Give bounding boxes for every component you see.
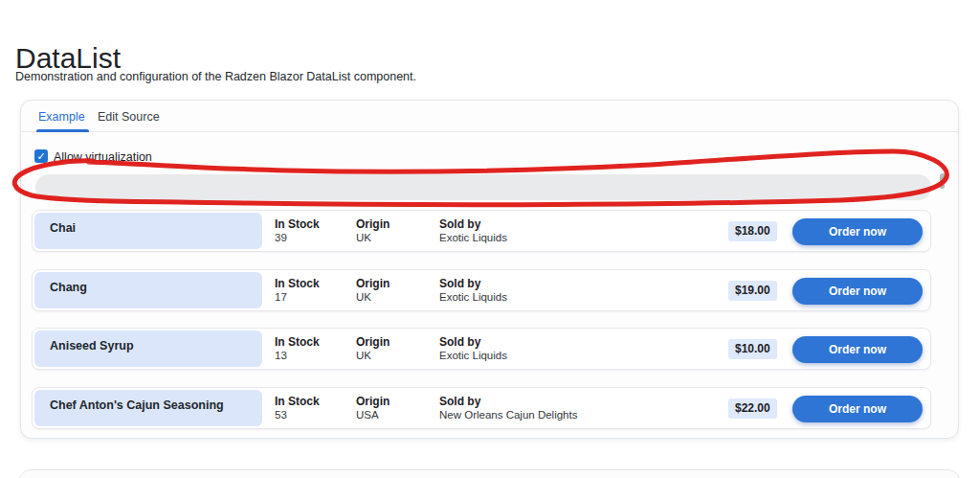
stock-value: 17: [275, 291, 320, 304]
datalist-demo-page: DataList Demonstration and configuration…: [0, 0, 980, 478]
stock-column: In Stock 17: [275, 277, 320, 304]
stock-value: 39: [275, 232, 320, 244]
stock-label: In Stock: [275, 395, 320, 408]
sold-by-column: Sold by New Orleans Cajun Delights: [439, 395, 577, 421]
list-item: Chef Anton's Cajun Seasoning In Stock 53…: [32, 387, 931, 429]
stock-value: 13: [275, 350, 320, 362]
tab-example-label: Example: [38, 110, 85, 124]
stock-column: In Stock 53: [275, 395, 320, 421]
example-card: Example Edit Source ✓ Allow virtualizati…: [20, 100, 959, 439]
stock-label: In Stock: [275, 217, 320, 231]
origin-column: Origin UK: [356, 277, 390, 304]
origin-value: UK: [356, 232, 390, 244]
active-tab-underline: [36, 129, 89, 132]
tab-example[interactable]: Example: [38, 101, 85, 132]
order-now-button[interactable]: Order now: [792, 218, 923, 245]
stock-label: In Stock: [275, 277, 320, 290]
sold-by-value: Exotic Liquids: [439, 291, 507, 304]
origin-column: Origin UK: [356, 217, 390, 244]
origin-value: UK: [356, 350, 390, 362]
sold-by-column: Sold by Exotic Liquids: [439, 217, 507, 244]
sold-by-value: Exotic Liquids: [439, 232, 507, 244]
origin-label: Origin: [356, 335, 390, 349]
list-item: Chang In Stock 17 Origin UK Sold by Exot…: [32, 269, 931, 311]
sold-by-value: New Orleans Cajun Delights: [439, 409, 577, 421]
next-section-card-partial: [19, 469, 960, 478]
sold-by-label: Sold by: [439, 277, 507, 290]
product-name: Aniseed Syrup: [34, 330, 262, 353]
stock-column: In Stock 13: [275, 335, 320, 362]
allow-virtualization-checkbox[interactable]: ✓: [34, 149, 48, 163]
origin-value: UK: [356, 291, 390, 304]
price-badge: $10.00: [728, 339, 777, 359]
order-now-button[interactable]: Order now: [792, 336, 923, 363]
empty-virtualized-row-placeholder: [35, 174, 931, 200]
product-name-panel: Aniseed Syrup: [34, 330, 262, 367]
list-item: Chai In Stock 39 Origin UK Sold by Exoti…: [32, 210, 931, 252]
sold-by-column: Sold by Exotic Liquids: [439, 277, 507, 304]
sold-by-label: Sold by: [439, 335, 507, 349]
stock-value: 53: [275, 409, 320, 421]
product-name: Chang: [34, 272, 262, 294]
origin-column: Origin USA: [356, 395, 390, 421]
order-now-button[interactable]: Order now: [792, 278, 923, 305]
datalist-rows: Chai In Stock 39 Origin UK Sold by Exoti…: [32, 210, 931, 445]
vertical-scrollbar-thumb[interactable]: [940, 173, 945, 189]
price-badge: $18.00: [728, 221, 777, 241]
origin-column: Origin UK: [356, 335, 390, 362]
product-name: Chai: [34, 213, 262, 235]
product-name-panel: Chang: [34, 272, 262, 308]
check-icon: ✓: [36, 150, 45, 162]
product-name-panel: Chef Anton's Cajun Seasoning: [34, 390, 262, 426]
list-item: Aniseed Syrup In Stock 13 Origin UK Sold…: [32, 328, 931, 370]
sold-by-column: Sold by Exotic Liquids: [439, 335, 507, 362]
origin-label: Origin: [356, 395, 390, 408]
tab-bar: Example Edit Source: [21, 101, 958, 132]
sold-by-label: Sold by: [439, 217, 507, 231]
order-now-button[interactable]: Order now: [792, 396, 923, 422]
product-name-panel: Chai: [34, 213, 262, 249]
sold-by-label: Sold by: [439, 395, 577, 408]
product-name: Chef Anton's Cajun Seasoning: [34, 390, 262, 412]
allow-virtualization-label: Allow virtualization: [54, 150, 152, 164]
sold-by-value: Exotic Liquids: [439, 350, 507, 362]
origin-label: Origin: [356, 217, 390, 231]
price-badge: $19.00: [728, 281, 777, 301]
page-subtitle: Demonstration and configuration of the R…: [15, 70, 416, 83]
price-badge: $22.00: [728, 398, 777, 419]
stock-label: In Stock: [275, 335, 320, 349]
tab-edit-source[interactable]: Edit Source: [98, 101, 160, 132]
origin-value: USA: [356, 409, 390, 421]
stock-column: In Stock 39: [275, 217, 320, 244]
tab-edit-source-label: Edit Source: [98, 110, 160, 124]
origin-label: Origin: [356, 277, 390, 290]
